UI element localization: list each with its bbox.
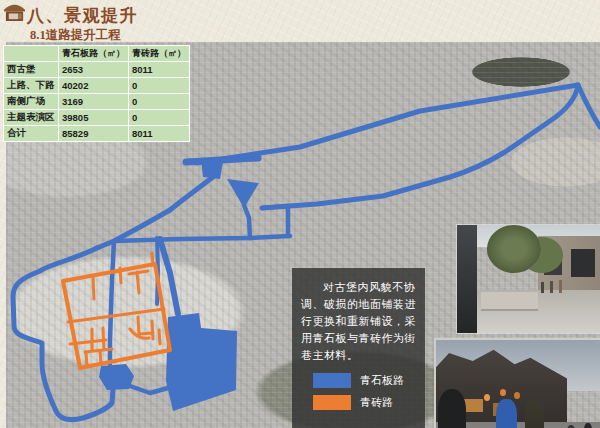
south-plaza-area [166, 313, 237, 411]
row-label: 西古堡 [4, 62, 59, 78]
photo1-storefront [457, 225, 477, 333]
hub-triangle-area [227, 179, 259, 208]
brick-area-value: 0 [129, 94, 190, 110]
photo2-person-blue-shirt [496, 399, 516, 428]
header-cell: 青石板路（㎡） [59, 46, 129, 62]
photo2-person-dark [438, 389, 467, 428]
stone-area-value: 3169 [59, 94, 129, 110]
legend-label: 青砖路 [360, 395, 393, 410]
brick-area-value: 0 [129, 110, 190, 126]
stone-area-value: 2653 [59, 62, 129, 78]
photo-street-day [456, 224, 600, 334]
row-label: 合计 [4, 126, 59, 142]
stone-area-value: 40202 [59, 78, 129, 94]
legend-item-stone-road: 青石板路 [313, 373, 416, 388]
stone-road-areas [99, 159, 259, 411]
brick-area-value: 0 [129, 78, 190, 94]
road-area-table: 青石板路（㎡） 青砖路（㎡） 西古堡 2653 8011 上路、下路 40202… [3, 45, 190, 142]
table-header-row: 青石板路（㎡） 青砖路（㎡） [4, 46, 190, 62]
map-legend: 青石板路 青砖路 [301, 373, 416, 410]
table-total-row: 合计 85829 8011 [4, 126, 190, 142]
row-label: 主题表演区 [4, 110, 59, 126]
brick-area-total: 8011 [129, 126, 190, 142]
page-title: 八、景观提升 [27, 4, 138, 27]
brick-road-swatch [313, 395, 351, 410]
photo2-person-dress [525, 400, 543, 428]
photo1-window [544, 251, 562, 275]
legend-label: 青石板路 [360, 373, 404, 388]
table-row: 上路、下路 40202 0 [4, 78, 190, 94]
photo1-window [571, 249, 595, 277]
row-label: 南侧广场 [4, 94, 59, 110]
brick-road-grid [63, 253, 170, 368]
photo1-pedestrian [559, 280, 562, 293]
note-text: 对古堡内风貌不协调、破损的地面铺装进行更换和重新铺设，采用青石板与青砖作为街巷主… [301, 279, 416, 364]
table-row: 西古堡 2653 8011 [4, 62, 190, 78]
table-row: 主题表演区 39805 0 [4, 110, 190, 126]
stone-road-swatch [313, 373, 351, 388]
hub-square-area [201, 159, 223, 179]
table-row: 南侧广场 3169 0 [4, 94, 190, 110]
header-cell: 青砖路（㎡） [129, 46, 190, 62]
photo1-pedestrian [550, 281, 553, 293]
legend-item-brick-road: 青砖路 [313, 395, 416, 410]
note-box: 对古堡内风貌不协调、破损的地面铺装进行更换和重新铺设，采用青石板与青砖作为街巷主… [292, 268, 425, 428]
photo1-stone-planter [481, 292, 538, 311]
stone-area-value: 39805 [59, 110, 129, 126]
pavilion-seal-icon [3, 2, 26, 23]
slide: 八、景观提升 8.1道路提升工程 [0, 0, 600, 428]
row-label: 上路、下路 [4, 78, 59, 94]
photo1-pedestrian [541, 282, 544, 293]
stone-area-total: 85829 [59, 126, 129, 142]
photo1-tree [487, 225, 541, 273]
south-gate-node [99, 364, 134, 390]
header-cell [4, 46, 59, 62]
brick-area-value: 8011 [129, 62, 190, 78]
photo-street-dusk [434, 338, 600, 428]
photo2-lantern [500, 389, 506, 396]
